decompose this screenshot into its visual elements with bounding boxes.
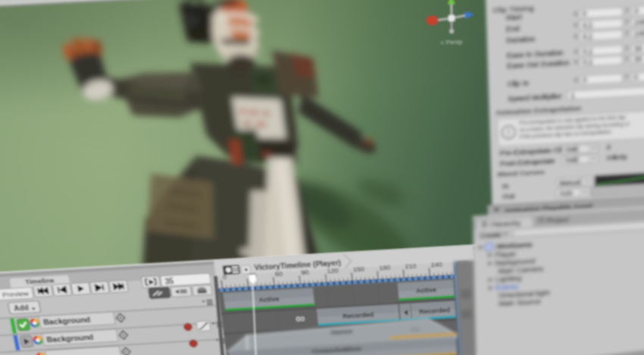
svg-text:Hold: Hold (565, 145, 579, 153)
svg-text:Preview: Preview (2, 289, 30, 298)
svg-text:Active: Active (258, 296, 280, 304)
svg-text:Clip In: Clip In (507, 79, 529, 89)
svg-text:Duration: Duration (506, 35, 536, 45)
svg-text:246: 246 (634, 30, 644, 38)
svg-text:s: s (574, 76, 578, 83)
svg-text:150: 150 (352, 265, 364, 273)
svg-text:4.1: 4.1 (583, 20, 593, 29)
svg-text:Project: Project (547, 215, 569, 224)
svg-text:In: In (502, 181, 508, 190)
svg-text:f: f (626, 30, 628, 38)
svg-text:0: 0 (607, 143, 611, 151)
svg-text:60: 60 (274, 270, 283, 278)
svg-text:4.1: 4.1 (583, 32, 593, 40)
svg-text:s: s (574, 58, 578, 66)
svg-text:0: 0 (634, 74, 639, 81)
svg-text:∞: ∞ (295, 312, 305, 325)
svg-text:s: s (574, 21, 578, 30)
svg-text:246: 246 (634, 18, 644, 27)
svg-text:Hold: Hold (565, 156, 579, 164)
svg-text:s: s (574, 33, 578, 41)
svg-text:Out: Out (502, 192, 514, 200)
svg-text:210: 210 (405, 262, 417, 270)
svg-text:30: 30 (634, 55, 642, 64)
svg-text:Manual: Manual (559, 178, 581, 186)
svg-text:Infinity: Infinity (607, 152, 628, 161)
svg-text:Active: Active (416, 286, 437, 294)
svg-text:180: 180 (379, 264, 391, 272)
svg-text:90: 90 (301, 269, 309, 276)
svg-text:Dance: Dance (330, 327, 352, 335)
svg-text:0: 0 (583, 76, 587, 83)
svg-text:f: f (626, 45, 628, 52)
svg-text:End: End (506, 24, 520, 33)
svg-text:f: f (626, 74, 628, 81)
svg-text:f: f (626, 7, 628, 15)
svg-text:240: 240 (430, 261, 442, 269)
svg-text:< Persp: < Persp (440, 38, 463, 46)
svg-text:s: s (574, 10, 577, 18)
svg-text:Player: Player (495, 250, 517, 259)
svg-text:Add: Add (13, 304, 30, 313)
svg-text:0.1: 0.1 (583, 58, 593, 66)
svg-text:s: s (574, 48, 578, 56)
svg-text:0: 0 (634, 7, 639, 15)
svg-text:1:1: 1:1 (411, 325, 420, 332)
svg-text:f: f (626, 55, 628, 63)
svg-text:30: 30 (634, 45, 642, 53)
svg-text:35: 35 (164, 277, 174, 285)
svg-text:120: 120 (327, 267, 339, 275)
svg-text:Create: Create (480, 231, 502, 239)
svg-text:Events: Events (496, 282, 519, 291)
svg-text:Start: Start (505, 13, 522, 23)
svg-text:f: f (626, 18, 628, 27)
svg-text:!: ! (507, 128, 510, 137)
svg-text:Auto: Auto (559, 189, 573, 197)
svg-text:0.1: 0.1 (583, 47, 593, 55)
svg-text:0: 0 (583, 10, 587, 18)
svg-text:1: 1 (571, 91, 575, 99)
